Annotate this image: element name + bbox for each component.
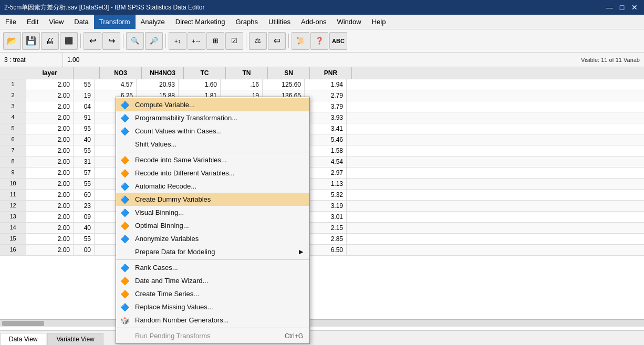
table-row[interactable]: 2 2.00 19 6.25 15.88 1.81 .19 136.65 2.7… [0, 90, 644, 101]
cell-pnr[interactable]: 6.50 [305, 245, 347, 255]
cell-tc[interactable]: 1.60 [179, 79, 221, 90]
cell-pnr[interactable]: 2.97 [305, 168, 347, 178]
table-row[interactable]: 9 2.00 57 18.29 6.59 1.71 .16 174.53 2.9… [0, 168, 644, 179]
undo-button[interactable]: ↩ [84, 32, 101, 50]
menu-transform[interactable]: Transform [94, 15, 136, 29]
cell-sn[interactable]: 125.60 [263, 79, 305, 90]
redo-button[interactable]: ↪ [102, 32, 120, 50]
cell-layer[interactable]: 2.00 [26, 90, 74, 101]
cell-pnr[interactable]: 2.85 [305, 234, 347, 244]
table-row[interactable]: 5 2.00 95 7.09 13.40 1.47 .15 130.18 3.4… [0, 123, 644, 134]
cell-layer[interactable]: 2.00 [26, 223, 74, 233]
cell-layer[interactable]: 2.00 [26, 123, 74, 134]
menu-item-recode-same[interactable]: 🔶Recode into Same Variables... [116, 153, 309, 166]
cell-pnr[interactable]: 1.58 [305, 145, 347, 156]
menu-item-random[interactable]: 🎲Random Number Generators... [116, 313, 309, 327]
cell-prefix[interactable]: 55 [74, 79, 95, 90]
table-row[interactable]: 16 2.00 00 1.77 .17 231.00 6.50 [0, 245, 644, 256]
insert-var-button[interactable]: +↔ [188, 32, 205, 50]
cell-pnr[interactable]: 3.41 [305, 123, 347, 134]
cell-prefix[interactable]: 55 [74, 145, 95, 156]
cell-prefix[interactable]: 55 [74, 234, 95, 244]
cell-layer[interactable]: 2.00 [26, 145, 74, 156]
table-row[interactable]: 14 2.00 40 6.70 14.39 1.24 .14 133.45 2.… [0, 223, 644, 234]
dialog-recall-button[interactable]: ⬛ [60, 32, 78, 50]
cell-layer[interactable]: 2.00 [26, 179, 74, 189]
select-cases-button[interactable]: ☑ [225, 32, 243, 50]
menu-item-rank[interactable]: 🔷Rank Cases... [116, 261, 309, 274]
menu-item-shift[interactable]: Shift Values... [116, 138, 309, 151]
menu-item-missing[interactable]: 🔷Replace Missing Values... [116, 300, 309, 313]
cell-prefix[interactable]: 23 [74, 201, 95, 211]
menu-item-programmability[interactable]: 🔷Programmability Transformation... [116, 111, 309, 124]
tab-variable-view[interactable]: Variable View [47, 333, 103, 345]
cell-prefix[interactable]: 04 [74, 101, 95, 112]
help-button[interactable]: ❓ [310, 32, 328, 50]
cell-prefix[interactable]: 09 [74, 212, 95, 222]
menu-item-optimal-binning[interactable]: 🔶Optimal Binning... [116, 219, 309, 232]
cell-prefix[interactable]: 95 [74, 123, 95, 134]
table-row[interactable]: 6 2.00 40 22.32 4.36 1.68 .17 152.80 5.4… [0, 134, 644, 145]
menu-item-dummy[interactable]: 🔷Create Dummy Variables [116, 193, 309, 206]
cell-layer[interactable]: 2.00 [26, 212, 74, 222]
menu-utilities[interactable]: Utilities [263, 15, 296, 29]
close-button[interactable]: ✕ [629, 2, 640, 13]
split-file-button[interactable]: ⊞ [206, 32, 224, 50]
cell-prefix[interactable]: 55 [74, 179, 95, 189]
horizontal-scrollbar[interactable] [0, 319, 644, 327]
table-row[interactable]: 7 2.00 55 22.68 5.40 1.74 .18 188.23 1.5… [0, 145, 644, 156]
maximize-button[interactable]: □ [617, 2, 627, 13]
cell-prefix[interactable]: 00 [74, 245, 95, 255]
cell-pnr[interactable]: 5.46 [305, 134, 347, 145]
menu-addons[interactable]: Add-ons [296, 15, 331, 29]
menu-item-timeseries[interactable]: 🔶Create Time Series... [116, 287, 309, 300]
cell-pnr[interactable]: 3.93 [305, 112, 347, 123]
print-button[interactable]: 🖨 [41, 32, 59, 50]
menu-analyze[interactable]: Analyze [136, 15, 170, 29]
menu-item-recode-diff[interactable]: 🔶Recode into Different Variables... [116, 166, 309, 180]
goto-button[interactable]: 🔍 [126, 32, 144, 50]
weight-cases-button[interactable]: ⚖ [249, 32, 267, 50]
table-row[interactable]: 11 2.00 60 5.06 18.71 1.43 .16 124.50 5.… [0, 190, 644, 201]
cell-tn[interactable]: .16 [221, 79, 263, 90]
menu-item-anonymize[interactable]: 🔷Anonymize Variables [116, 232, 309, 245]
menu-data[interactable]: Data [69, 15, 94, 29]
cell-prefix[interactable]: 19 [74, 90, 95, 101]
cell-layer[interactable]: 2.00 [26, 245, 74, 255]
cell-pnr[interactable]: 2.15 [305, 223, 347, 233]
cell-pnr[interactable]: 2.79 [305, 90, 347, 101]
menu-window[interactable]: Window [331, 15, 366, 29]
cell-layer[interactable]: 2.00 [26, 79, 74, 90]
cell-pnr[interactable]: 3.79 [305, 101, 347, 112]
cell-pnr[interactable]: 4.54 [305, 156, 347, 167]
menu-item-auto-recode[interactable]: 🔷Automatic Recode... [116, 180, 309, 193]
cell-layer[interactable]: 2.00 [26, 234, 74, 244]
cell-layer[interactable]: 2.00 [26, 112, 74, 123]
abc-button[interactable]: ABC [329, 32, 347, 50]
insert-cases-button[interactable]: +↕ [169, 32, 186, 50]
table-row[interactable]: 15 2.00 55 8.05 12.12 1.63 .17 136.35 2.… [0, 234, 644, 245]
cell-pnr[interactable]: 1.94 [305, 79, 347, 90]
open-button[interactable]: 📂 [3, 32, 21, 50]
menu-direct-marketing[interactable]: Direct Marketing [170, 15, 231, 29]
script-button[interactable]: 📜 [292, 32, 309, 50]
cell-layer[interactable]: 2.00 [26, 201, 74, 211]
table-row[interactable]: 12 2.00 23 1.67 .17 143.03 3.19 [0, 201, 644, 212]
cell-prefix[interactable]: 40 [74, 134, 95, 145]
table-row[interactable]: 3 2.00 04 5.29 18.15 1.25 .14 108.00 3.7… [0, 101, 644, 112]
cell-prefix[interactable]: 60 [74, 190, 95, 200]
menu-item-compute[interactable]: 🔷Compute Variable... [116, 98, 309, 111]
menu-item-prepare-modeling[interactable]: Prepare Data for Modeling▶ [116, 245, 309, 258]
cell-no3[interactable]: 4.57 [95, 79, 137, 90]
cell-prefix[interactable]: 31 [74, 156, 95, 167]
cell-pnr[interactable]: 5.32 [305, 190, 347, 200]
cell-nh4no3[interactable]: 20.93 [137, 79, 179, 90]
cell-prefix[interactable]: 91 [74, 112, 95, 123]
menu-item-visual-binning[interactable]: 🔷Visual Binning... [116, 206, 309, 219]
find-button[interactable]: 🔎 [145, 32, 163, 50]
menu-file[interactable]: File [0, 15, 22, 29]
minimize-button[interactable]: — [604, 2, 615, 13]
value-labels-button[interactable]: 🏷 [268, 32, 286, 50]
menu-item-count[interactable]: 🔷Count Values within Cases... [116, 124, 309, 138]
cell-pnr[interactable]: 3.19 [305, 201, 347, 211]
